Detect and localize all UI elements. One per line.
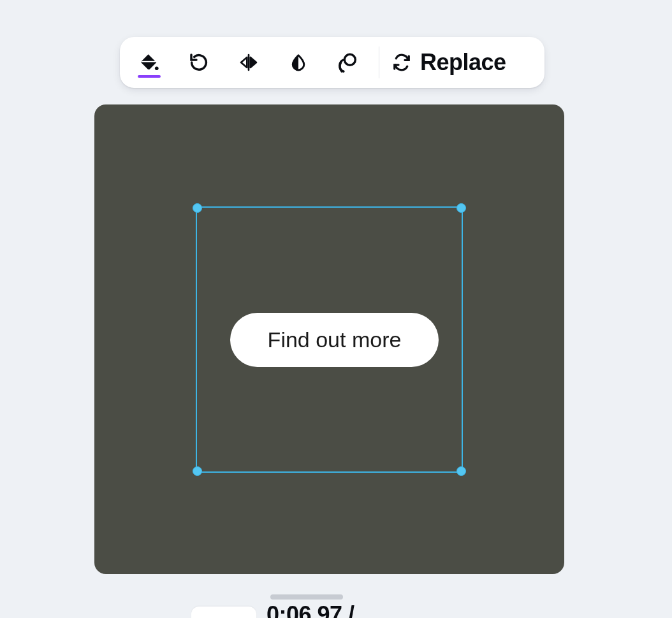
editor-canvas[interactable]: Find out more [94, 104, 564, 574]
flip-button[interactable] [235, 43, 263, 82]
selection-box[interactable]: Find out more [196, 206, 463, 473]
context-toolbar: Replace [120, 37, 544, 88]
playhead-time: 0:06.97 / [267, 603, 354, 618]
resize-handle-bl[interactable] [193, 466, 202, 476]
cta-button-element[interactable]: Find out more [230, 313, 439, 367]
resize-handle-br[interactable] [457, 466, 466, 476]
animate-icon [337, 52, 359, 73]
replace-button[interactable]: Replace [392, 49, 523, 76]
resize-handle-tl[interactable] [193, 203, 202, 213]
animate-button[interactable] [334, 43, 362, 82]
cta-label: Find out more [268, 327, 402, 352]
resize-handle-tr[interactable] [457, 203, 466, 213]
rotate-ccw-icon [189, 52, 209, 73]
replace-label: Replace [420, 49, 506, 76]
flip-horizontal-icon [238, 52, 259, 73]
toolbar-divider [379, 47, 379, 78]
panel-drag-handle[interactable] [270, 594, 343, 600]
fill-color-icon [138, 52, 160, 73]
timeline-chip[interactable] [191, 607, 256, 618]
svg-point-2 [344, 54, 355, 65]
svg-point-0 [155, 66, 159, 70]
color-fill-button[interactable] [135, 43, 163, 82]
tool-group [120, 43, 362, 82]
rotate-button[interactable] [185, 43, 213, 82]
opacity-icon [289, 52, 308, 73]
opacity-button[interactable] [284, 43, 312, 82]
sync-icon [392, 53, 411, 72]
